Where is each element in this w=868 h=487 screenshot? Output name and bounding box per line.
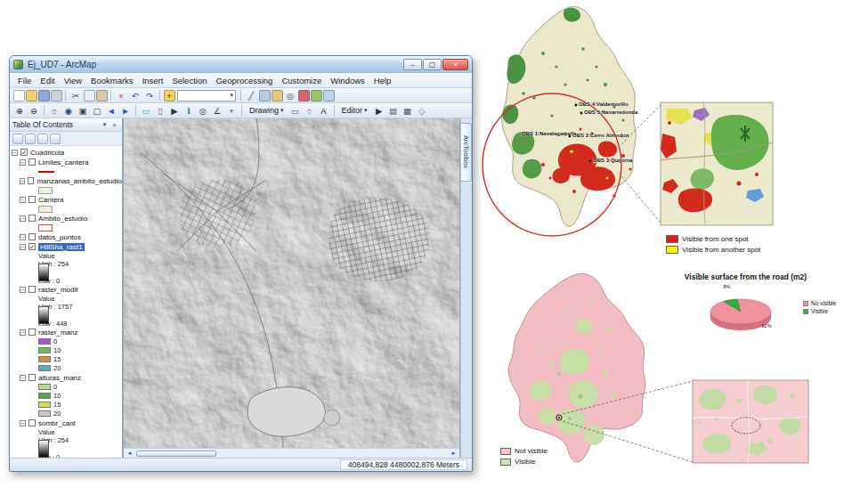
visibility-checkbox[interactable] [28,419,36,426]
toc-layer-ambito-estudio[interactable]: −Ambito_estudio [19,214,122,223]
toc-layer-cantera[interactable]: −Cantera [19,195,122,204]
visibility-checkbox[interactable] [28,177,34,184]
new-document-icon[interactable] [13,90,25,101]
clear-selection-icon[interactable]: ▯ [154,104,167,118]
toc-layer-alturas-manz[interactable]: −alturas_manz [19,373,122,382]
snapping-icon[interactable]: ◇ [415,104,428,118]
toc-layer-hillsha-rast1[interactable]: −✓HillSha_rast1 [19,242,122,251]
go-to-xy-icon[interactable]: + [225,104,239,118]
layer-name[interactable]: raster_modif [38,286,77,294]
toc-layer-sombr-cant[interactable]: −sombr_cant [19,418,122,427]
map-scale-combo[interactable]: ▾ [177,90,236,101]
attributes-icon[interactable]: ▦ [401,104,414,118]
toc-layer-datos-puntos[interactable]: −datos_puntos [19,232,122,241]
menu-customize[interactable]: Customize [277,75,326,86]
python-window-icon[interactable] [311,90,322,101]
menu-help[interactable]: Help [369,75,396,86]
maximize-button[interactable]: ▢ [423,59,442,70]
map-area[interactable]: ◄ ► [123,118,460,458]
visibility-checkbox[interactable] [28,158,36,166]
map-canvas[interactable] [124,118,459,448]
layer-name[interactable]: Limites_cantera [38,158,88,166]
toc-layer-cuadricula[interactable]: −✓Cuadricula [11,148,122,157]
visibility-checkbox[interactable] [28,374,36,381]
expander-icon[interactable]: − [20,329,26,336]
dropdown-arrow-icon[interactable]: ▾ [230,92,233,99]
edit-tool-icon[interactable]: ▶ [372,104,385,118]
expander-icon[interactable]: − [20,178,25,184]
select-elements-icon[interactable]: ▶ [168,104,182,118]
save-icon[interactable] [38,90,50,101]
fixed-zoom-in-icon[interactable]: ▣ [77,104,90,118]
visibility-checkbox[interactable] [28,329,36,336]
title-bar[interactable]: Ej_UD7 - ArcMap – ▢ × [10,56,472,73]
back-extent-icon[interactable]: ◄ [105,104,118,118]
undo-icon[interactable]: ↶ [129,89,142,102]
add-data-icon[interactable]: + [164,90,175,101]
toc-layer-manzanas-ambito-estudio[interactable]: −manzanas_ambito_estudio [19,176,122,185]
scrollbar-thumb[interactable] [136,450,216,457]
cut-icon[interactable]: ✂ [69,89,83,102]
visibility-checkbox[interactable] [28,196,36,203]
toc-close-icon[interactable]: × [110,122,119,128]
create-features-icon[interactable]: ▤ [386,104,400,118]
layer-name[interactable]: datos_puntos [38,233,81,241]
expander-icon[interactable]: − [12,150,18,156]
layer-name[interactable]: Ambito_estudio [38,215,87,223]
expander-icon[interactable]: − [20,420,26,426]
list-by-drawing-order-icon[interactable] [12,134,23,144]
menu-geoprocessing[interactable]: Geoprocessing [211,75,277,86]
menu-selection[interactable]: Selection [167,75,211,86]
layer-name[interactable]: Cantera [38,196,63,204]
select-features-icon[interactable]: ▭ [140,104,153,118]
menu-edit[interactable]: Edit [36,75,59,86]
menu-insert[interactable]: Insert [138,75,168,86]
search-window-icon[interactable]: ◎ [284,89,297,102]
toc-menu-icon[interactable]: ▾ [100,121,110,128]
measure-icon[interactable]: ∠ [211,104,224,118]
layer-name[interactable]: HillSha_rast1 [38,243,85,251]
text-icon[interactable]: A [317,104,330,118]
visibility-checkbox[interactable]: ✓ [20,149,28,156]
expander-icon[interactable]: − [20,197,26,203]
minimize-button[interactable]: – [403,59,422,70]
forward-extent-icon[interactable]: ► [119,104,133,118]
pan-icon[interactable]: ○ [48,104,61,118]
rectangle-icon[interactable]: ▭ [288,104,302,118]
zoom-out-icon[interactable]: ⊖ [28,104,41,118]
visibility-checkbox[interactable]: ✓ [28,243,36,250]
paste-icon[interactable] [96,90,108,101]
table-of-contents-icon[interactable] [259,90,271,101]
layer-name[interactable]: manzanas_ambito_estudio [37,177,122,185]
toc-layer-raster-modif[interactable]: −raster_modif [19,285,122,294]
expander-icon[interactable]: − [20,287,26,293]
open-folder-icon[interactable] [26,90,37,101]
map-horizontal-scrollbar[interactable]: ◄ ► [124,448,459,458]
menu-bookmarks[interactable]: Bookmarks [86,75,138,86]
fixed-zoom-out-icon[interactable]: ▢ [91,104,104,118]
circle-icon[interactable]: ○ [303,104,316,118]
expander-icon[interactable]: − [20,244,26,250]
menu-windows[interactable]: Windows [326,75,369,86]
find-icon[interactable]: ◎ [197,104,210,118]
drawing-menu-button[interactable]: Drawing▾ [245,104,288,118]
model-builder-icon[interactable] [323,90,335,101]
list-by-source-icon[interactable] [25,134,36,144]
menu-file[interactable]: File [13,75,36,86]
copy-icon[interactable] [84,90,95,101]
scroll-right-icon[interactable]: ► [449,449,458,458]
list-by-visibility-icon[interactable] [37,134,48,144]
layer-name[interactable]: Cuadricula [30,149,64,157]
zoom-in-icon[interactable]: ⊕ [13,104,27,118]
print-icon[interactable] [51,90,62,101]
visibility-checkbox[interactable] [28,286,36,293]
redo-icon[interactable]: ↷ [143,89,157,102]
layer-name[interactable]: alturas_manz [38,374,81,382]
layer-name[interactable]: sombr_cant [38,419,76,427]
arctoolbox-window-icon[interactable] [298,90,310,101]
editor-toolbar-icon[interactable]: ╱ [245,89,258,102]
toc-layer-raster-manz[interactable]: −raster_manz [19,328,122,337]
toc-layer-limites-cantera[interactable]: −Limites_cantera [19,158,122,166]
editor-menu-button[interactable]: Editor▾ [337,104,372,118]
visibility-checkbox[interactable] [28,233,36,240]
